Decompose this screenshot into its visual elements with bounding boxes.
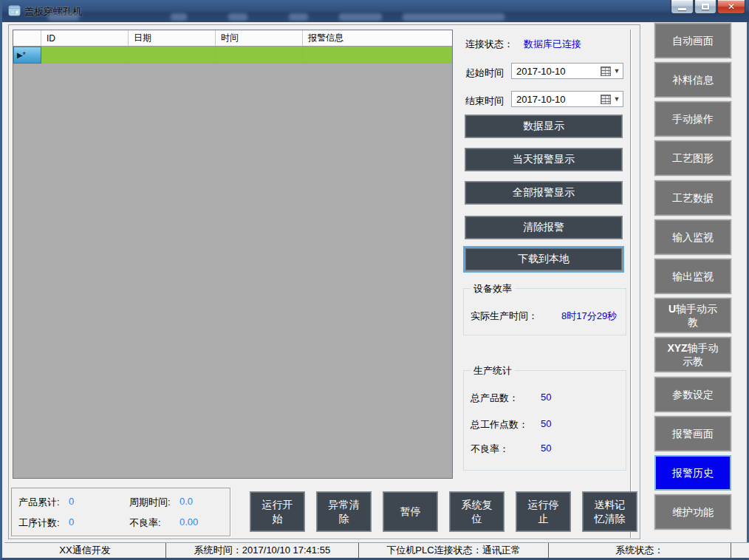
nav-button-u-axis-teach[interactable]: U轴手动示教: [654, 298, 731, 333]
window-controls: ✕: [670, 0, 745, 15]
titlebar-artifact: [228, 13, 247, 21]
table-header-row: ID 日期 时间 报警信息: [13, 30, 452, 47]
status-plc-connection: 下位机PLC连接状态：通讯正常: [359, 543, 549, 558]
pause-button[interactable]: 暂停: [383, 491, 438, 532]
nav-button-manual-operation[interactable]: 手动操作: [654, 101, 731, 137]
close-button[interactable]: ✕: [717, 0, 745, 14]
nav-button-auto-screen[interactable]: 自动画面: [654, 23, 731, 58]
nav-button-label: XYZ轴手动示教: [665, 341, 721, 368]
new-row-indicator-icon[interactable]: ▶*: [13, 47, 41, 64]
status-system-time: 系统时间：2017/10/10 17:41:55: [166, 543, 359, 558]
table-cell[interactable]: [41, 47, 129, 64]
titlebar-artifact: [403, 13, 505, 21]
nav-button-alarm-screen[interactable]: 报警画面: [654, 416, 731, 451]
titlebar-artifact: [289, 13, 308, 21]
vertical-separator: [630, 30, 632, 538]
system-reset-button[interactable]: 系统复位: [449, 491, 505, 532]
end-time-value: 2017-10-10: [516, 94, 566, 105]
titlebar-artifact: [339, 13, 382, 21]
dropdown-arrow-icon[interactable]: ▼: [611, 95, 623, 103]
nav-button-label: 输入监视: [672, 231, 714, 244]
total-workpoints-label: 总工作点数：: [471, 418, 528, 431]
run-start-button[interactable]: 运行开始: [250, 491, 305, 532]
end-time-label: 结束时间: [465, 95, 504, 108]
cycle-time-label: 周期时间:: [129, 496, 171, 509]
today-alarm-display-button[interactable]: 当天报警显示: [465, 148, 623, 171]
nav-button-process-graphic[interactable]: 工艺图形: [654, 140, 731, 176]
app-window: 盖板穿螺孔机 ✕ ID 日期 时间 报警信息 ▶* 连接状: [0, 0, 749, 560]
nav-button-label: 报警画面: [672, 427, 714, 440]
feed-memory-clear-button[interactable]: 送料记忆清除: [582, 491, 637, 532]
nav-button-alarm-history[interactable]: 报警历史: [654, 455, 731, 491]
titlebar-artifact: [48, 13, 79, 21]
status-bar: XX通信开发 系统时间：2017/10/10 17:41:55 下位机PLC连接…: [4, 542, 749, 558]
close-icon: ✕: [728, 2, 735, 11]
maximize-button[interactable]: [694, 0, 716, 14]
total-products-value: 50: [541, 392, 551, 403]
calendar-icon: [601, 95, 611, 104]
product-total-value: 0: [69, 496, 74, 507]
column-header-time[interactable]: 时间: [216, 30, 303, 46]
process-count-label: 工序计数:: [18, 516, 60, 530]
start-time-label: 起始时间: [465, 66, 504, 80]
defect-rate-bottom-label: 不良率:: [129, 516, 161, 530]
table-cell[interactable]: [129, 47, 216, 64]
table-cell[interactable]: [216, 47, 303, 64]
column-header-alarm-info[interactable]: 报警信息: [303, 30, 452, 46]
nav-button-label: 输出监视: [672, 270, 714, 283]
nav-button-label: 维护功能: [672, 505, 714, 519]
table-corner-cell: [13, 30, 41, 46]
nav-button-label: 报警历史: [672, 466, 714, 479]
titlebar-artifact: [171, 13, 187, 21]
status-system-state: 系统状态：: [549, 543, 731, 558]
nav-button-label: 自动画面: [672, 34, 714, 47]
groupbox-title: 生产统计: [471, 364, 515, 378]
connection-status-label: 连接状态：: [465, 38, 513, 51]
production-time-value: 8时17分29秒: [561, 310, 617, 323]
defect-rate-value: 50: [541, 443, 551, 454]
data-display-button[interactable]: 数据显示: [465, 115, 623, 138]
nav-button-output-monitor[interactable]: 输出监视: [654, 259, 731, 294]
clear-alarm-button[interactable]: 清除报警: [465, 216, 623, 239]
all-alarm-display-button[interactable]: 全部报警显示: [465, 181, 623, 205]
nav-button-parameter-setting[interactable]: 参数设定: [654, 377, 731, 412]
error-clear-button[interactable]: 异常清除: [316, 491, 372, 532]
table-row[interactable]: ▶*: [13, 47, 452, 64]
nav-button-maintenance[interactable]: 维护功能: [654, 494, 731, 530]
defect-rate-label: 不良率：: [471, 443, 509, 456]
nav-button-label: U轴手动示教: [665, 302, 721, 329]
titlebar[interactable]: 盖板穿螺孔机 ✕: [2, 0, 749, 22]
calendar-icon: [601, 66, 611, 76]
nav-button-label: 参数设定: [672, 388, 714, 401]
column-header-id[interactable]: ID: [41, 30, 129, 46]
defect-rate-bottom-value: 0.00: [179, 516, 198, 527]
run-stop-button[interactable]: 运行停止: [516, 491, 571, 532]
nav-button-xyz-axis-teach[interactable]: XYZ轴手动示教: [654, 337, 731, 372]
minimize-button[interactable]: [671, 0, 694, 14]
alarm-history-table[interactable]: ID 日期 时间 报警信息 ▶*: [13, 30, 453, 479]
nav-button-refill-info[interactable]: 补料信息: [654, 62, 731, 98]
nav-button-label: 补料信息: [672, 73, 714, 86]
download-to-local-button[interactable]: 下载到本地: [465, 247, 623, 271]
start-time-picker[interactable]: 2017-10-10 ▼: [511, 63, 623, 79]
nav-button-label: 手动操作: [672, 112, 714, 126]
column-header-date[interactable]: 日期: [129, 30, 216, 46]
nav-button-label: 工艺数据: [672, 191, 714, 205]
table-cell[interactable]: [303, 47, 452, 64]
nav-button-input-monitor[interactable]: 输入监视: [654, 219, 731, 255]
total-products-label: 总产品数：: [471, 392, 519, 405]
start-time-value: 2017-10-10: [516, 66, 566, 77]
status-company: XX通信开发: [4, 543, 166, 558]
groupbox-title: 设备效率: [471, 282, 515, 296]
nav-button-process-data[interactable]: 工艺数据: [654, 180, 731, 216]
maximize-icon: [702, 4, 709, 10]
total-workpoints-value: 50: [541, 418, 551, 429]
process-count-value: 0: [69, 516, 74, 527]
minimize-icon: [678, 8, 686, 10]
end-time-picker[interactable]: 2017-10-10 ▼: [511, 91, 623, 107]
nav-button-label: 工艺图形: [672, 151, 714, 165]
product-total-label: 产品累计:: [18, 496, 60, 509]
connection-status-value: 数据库已连接: [524, 38, 581, 51]
dropdown-arrow-icon[interactable]: ▼: [611, 67, 623, 75]
app-icon: [8, 4, 21, 17]
